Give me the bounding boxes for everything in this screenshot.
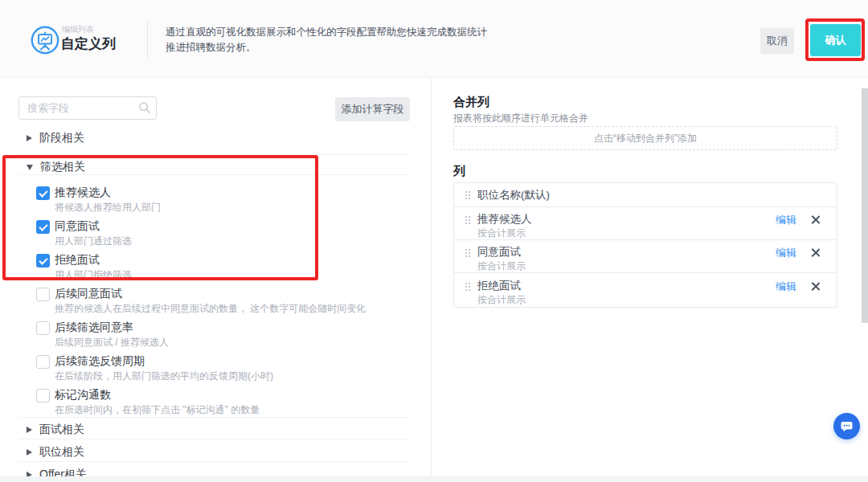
close-icon[interactable] bbox=[811, 214, 821, 224]
section-label: 阶段相关 bbox=[39, 131, 84, 145]
column-label: 推荐候选人 bbox=[477, 212, 532, 227]
divider bbox=[18, 154, 409, 155]
drag-handle-icon[interactable] bbox=[465, 215, 471, 224]
page-title: 自定义列 bbox=[61, 35, 116, 53]
column-list: 职位名称(默认) 推荐候选人 按合计展示 编辑 同意面试 按合计展示 编辑 拒绝… bbox=[453, 182, 837, 308]
field-label: 拒绝面试 bbox=[55, 253, 100, 268]
checkbox-unchecked[interactable] bbox=[36, 321, 50, 335]
edit-link[interactable]: 编辑 bbox=[776, 213, 796, 227]
section-header-position[interactable]: 职位相关 bbox=[27, 445, 84, 460]
search-field-wrap bbox=[18, 96, 157, 120]
header-description-line2: 推进招聘数据分析。 bbox=[166, 40, 487, 55]
column-subtitle: 按合计展示 bbox=[477, 293, 526, 307]
field-label: 同意面试 bbox=[55, 219, 100, 234]
checkbox-unchecked[interactable] bbox=[36, 355, 50, 369]
column-row: 拒绝面试 按合计展示 编辑 bbox=[454, 272, 837, 307]
divider bbox=[18, 174, 409, 175]
field-label: 后续筛选同意率 bbox=[55, 321, 133, 335]
field-label: 推荐候选人 bbox=[55, 186, 111, 200]
column-subtitle: 按合计展示 bbox=[477, 227, 526, 240]
columns-title: 列 bbox=[453, 164, 465, 179]
divider bbox=[18, 417, 409, 418]
edit-link[interactable]: 编辑 bbox=[776, 246, 796, 260]
scrollbar-thumb[interactable] bbox=[862, 88, 868, 323]
header: 编辑列表 自定义列 通过直观的可视化数据展示和个性化的字段配置帮助您快速完成数据… bbox=[0, 0, 868, 78]
checkbox-unchecked[interactable] bbox=[36, 288, 50, 301]
section-label: 面试相关 bbox=[39, 423, 84, 437]
header-description-line1: 通过直观的可视化数据展示和个性化的字段配置帮助您快速完成数据统计 bbox=[166, 25, 487, 40]
field-label: 标记沟通数 bbox=[55, 388, 111, 402]
merge-columns-title: 合并列 bbox=[453, 95, 489, 110]
checkbox-checked[interactable] bbox=[36, 254, 50, 268]
field-desc: 推荐的候选人在后续过程中同意面试的数量， 这个数字可能会随时间变化 bbox=[55, 302, 366, 316]
caret-down-icon bbox=[27, 165, 33, 170]
close-icon[interactable] bbox=[811, 247, 821, 257]
header-description: 通过直观的可视化数据展示和个性化的字段配置帮助您快速完成数据统计 推进招聘数据分… bbox=[166, 25, 487, 55]
checkbox-checked[interactable] bbox=[36, 220, 50, 234]
field-label: 后续筛选反馈周期 bbox=[55, 354, 145, 369]
column-label: 同意面试 bbox=[477, 245, 521, 259]
column-label: 拒绝面试 bbox=[477, 279, 521, 293]
drag-handle-icon[interactable] bbox=[465, 248, 471, 257]
bottom-cutoff-strip bbox=[0, 476, 868, 482]
checkbox-unchecked[interactable] bbox=[36, 389, 50, 402]
search-icon bbox=[138, 101, 151, 114]
column-label: 职位名称(默认) bbox=[477, 188, 550, 202]
divider bbox=[18, 439, 409, 439]
merge-columns-subtitle: 报表将按此顺序进行单元格合并 bbox=[453, 112, 588, 125]
columns-config-panel: 合并列 报表将按此顺序进行单元格合并 点击“移动到合并列”添加 列 职位名称(默… bbox=[432, 78, 868, 482]
field-desc: 用人部门拒绝筛选 bbox=[55, 268, 132, 282]
chat-bubble-icon bbox=[840, 420, 854, 433]
header-divider bbox=[147, 22, 148, 58]
search-input[interactable] bbox=[18, 96, 157, 120]
presentation-chart-icon bbox=[31, 26, 59, 55]
add-calc-field-button[interactable]: 添加计算字段 bbox=[335, 97, 410, 121]
field-selection-panel: 添加计算字段 阶段相关 筛选相关 推荐候选人 将候选人推荐给用人部门 同意面试 … bbox=[0, 78, 432, 482]
section-header-filter[interactable]: 筛选相关 bbox=[27, 160, 85, 174]
field-desc: 将候选人推荐给用人部门 bbox=[55, 201, 161, 214]
section-label: 筛选相关 bbox=[40, 160, 85, 174]
caret-right-icon bbox=[27, 135, 32, 141]
merge-columns-dropzone[interactable]: 点击“移动到合并列”添加 bbox=[453, 126, 837, 150]
drag-handle-icon[interactable] bbox=[465, 282, 471, 291]
checkbox-checked[interactable] bbox=[36, 186, 50, 200]
custom-columns-dialog: 编辑列表 自定义列 通过直观的可视化数据展示和个性化的字段配置帮助您快速完成数据… bbox=[0, 0, 868, 482]
cancel-button[interactable]: 取消 bbox=[760, 28, 794, 54]
edit-link[interactable]: 编辑 bbox=[776, 280, 796, 294]
field-desc: 后续同意面试 / 推荐候选人 bbox=[55, 336, 169, 349]
close-icon[interactable] bbox=[811, 281, 821, 291]
drag-handle-icon[interactable] bbox=[465, 190, 471, 199]
divider bbox=[18, 461, 409, 462]
caret-right-icon bbox=[27, 427, 32, 433]
section-header-stage[interactable]: 阶段相关 bbox=[27, 131, 84, 145]
section-header-interview[interactable]: 面试相关 bbox=[27, 423, 84, 437]
field-label: 后续同意面试 bbox=[55, 287, 122, 301]
eyebrow-label: 编辑列表 bbox=[62, 24, 94, 35]
chat-fab-button[interactable] bbox=[833, 413, 860, 439]
column-subtitle: 按合计展示 bbox=[477, 259, 526, 273]
section-label: 职位相关 bbox=[39, 445, 84, 460]
field-desc: 用人部门通过筛选 bbox=[55, 235, 132, 248]
column-row: 职位名称(默认) bbox=[454, 183, 837, 206]
field-desc: 在所选时间内，在初筛下点击 "标记沟通" 的数量 bbox=[55, 403, 260, 417]
column-row: 同意面试 按合计展示 编辑 bbox=[454, 239, 837, 272]
column-row: 推荐候选人 按合计展示 编辑 bbox=[454, 206, 837, 239]
confirm-button[interactable]: 确认 bbox=[810, 24, 861, 56]
caret-right-icon bbox=[27, 449, 32, 455]
field-desc: 在后续阶段，用人部门筛选的平均的反馈周期(小时) bbox=[55, 370, 273, 383]
